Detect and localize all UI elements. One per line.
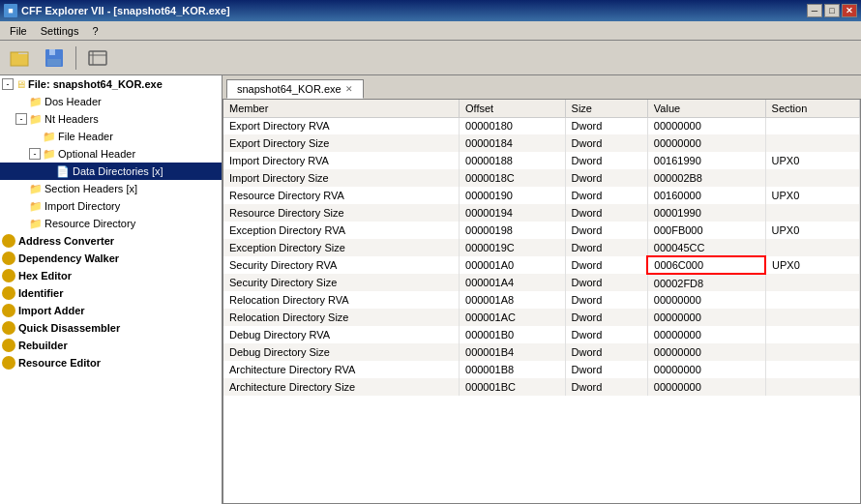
cell-size: Dword: [565, 343, 647, 361]
cell-section: [765, 117, 859, 134]
table-row[interactable]: Import Directory Size0000018CDword000002…: [223, 169, 860, 187]
tree-item-10[interactable]: Dependency Walker: [0, 250, 222, 267]
tree-item-4[interactable]: - 📁 Optional Header: [0, 145, 222, 163]
cell-member: Relocation Directory Size: [223, 309, 460, 326]
expand-icon[interactable]: -: [29, 148, 41, 160]
table-row[interactable]: Security Directory Size000001A4Dword0000…: [223, 274, 860, 291]
cell-offset: 000001A4: [460, 274, 566, 291]
cell-offset: 00000198: [460, 222, 566, 239]
svg-rect-4: [49, 49, 55, 55]
tool-icon: [2, 269, 15, 282]
cell-member: Export Directory RVA: [223, 117, 460, 134]
cell-size: Dword: [565, 378, 647, 396]
cell-size: Dword: [565, 117, 647, 134]
tree-item-8[interactable]: 📁 Resource Directory: [0, 215, 222, 232]
tree-item-9[interactable]: Address Converter: [0, 232, 222, 250]
expand-icon[interactable]: -: [2, 78, 14, 90]
expand-icon[interactable]: -: [15, 113, 27, 125]
table-row[interactable]: Architecture Directory Size000001BCDword…: [223, 378, 860, 396]
cell-offset: 000001A0: [460, 256, 566, 274]
table-row[interactable]: Security Directory RVA000001A0Dword0006C…: [223, 256, 860, 274]
tree-item-6[interactable]: 📁 Section Headers [x]: [0, 180, 222, 197]
folder-icon: 📁: [29, 183, 43, 195]
menu-file[interactable]: File: [4, 24, 33, 38]
cell-section: [765, 326, 859, 343]
cell-value: 00000000: [647, 326, 765, 343]
toolbar-save-button[interactable]: [39, 44, 70, 73]
toolbar-action-button[interactable]: [82, 44, 113, 73]
cell-offset: 00000190: [460, 187, 566, 204]
tree-item-15[interactable]: Rebuilder: [0, 337, 222, 354]
tree-item-0[interactable]: - 🖥 File: snapshot64_KOR.exe: [0, 75, 222, 93]
cell-size: Dword: [565, 169, 647, 187]
menu-settings[interactable]: Settings: [35, 24, 85, 38]
data-directories-table: Member Offset Size Value Section Export …: [223, 100, 860, 396]
cell-section: [765, 361, 859, 378]
tree-item-13[interactable]: Import Adder: [0, 302, 222, 319]
table-row[interactable]: Debug Directory RVA000001B0Dword00000000: [223, 326, 860, 343]
folder-icon: 📁: [29, 218, 43, 230]
cell-section: [765, 309, 859, 326]
menu-help[interactable]: ?: [86, 24, 104, 38]
close-button[interactable]: ✕: [842, 4, 857, 17]
cell-offset: 0000018C: [460, 169, 566, 187]
tab-snapshot[interactable]: snapshot64_KOR.exe ✕: [226, 79, 364, 99]
cell-value: 00001990: [647, 204, 765, 222]
cell-value: 00000000: [647, 134, 765, 152]
cell-size: Dword: [565, 222, 647, 239]
cell-size: Dword: [565, 187, 647, 204]
tool-icon: [2, 321, 15, 335]
table-row[interactable]: Exception Directory Size0000019CDword000…: [223, 239, 860, 256]
page-icon: 📄: [56, 165, 70, 178]
table-row[interactable]: Debug Directory Size000001B4Dword0000000…: [223, 343, 860, 361]
folder-icon: 📁: [43, 131, 56, 143]
table-row[interactable]: Relocation Directory Size000001ACDword00…: [223, 309, 860, 326]
cell-value: 00000000: [647, 343, 765, 361]
cell-offset: 00000188: [460, 152, 566, 169]
cell-size: Dword: [565, 152, 647, 169]
tree-label: Hex Editor: [18, 270, 72, 282]
table-row[interactable]: Architecture Directory RVA000001B8Dword0…: [223, 361, 860, 378]
cell-member: Debug Directory RVA: [223, 326, 460, 343]
tab-close-icon[interactable]: ✕: [345, 84, 353, 94]
menu-bar: File Settings ?: [0, 21, 861, 41]
cell-value: 000045CC: [647, 239, 765, 256]
tree-item-1[interactable]: 📁 Dos Header: [0, 93, 222, 110]
cell-size: Dword: [565, 256, 647, 274]
toolbar-open-button[interactable]: [4, 44, 35, 73]
tree-item-16[interactable]: Resource Editor: [0, 354, 222, 371]
table-row[interactable]: Export Directory RVA00000180Dword0000000…: [223, 117, 860, 134]
tree-item-7[interactable]: 📁 Import Directory: [0, 197, 222, 215]
table-row[interactable]: Relocation Directory RVA000001A8Dword000…: [223, 291, 860, 309]
table-row[interactable]: Resource Directory Size00000194Dword0000…: [223, 204, 860, 222]
col-member: Member: [223, 100, 460, 117]
cell-section: [765, 343, 859, 361]
maximize-button[interactable]: □: [824, 4, 840, 17]
table-row[interactable]: Export Directory Size00000184Dword000000…: [223, 134, 860, 152]
cell-size: Dword: [565, 239, 647, 256]
minimize-button[interactable]: ─: [807, 4, 822, 17]
tree-label: Data Directories [x]: [73, 165, 163, 177]
cell-section: [765, 239, 859, 256]
tree-item-12[interactable]: Identifier: [0, 284, 222, 302]
cell-section: [765, 169, 859, 187]
table-row[interactable]: Resource Directory RVA00000190Dword00160…: [223, 187, 860, 204]
tree-item-2[interactable]: - 📁 Nt Headers: [0, 110, 222, 128]
tree-label: Resource Editor: [18, 357, 101, 369]
tree-item-5[interactable]: 📄 Data Directories [x]: [0, 163, 222, 180]
cell-value: 000002B8: [647, 169, 765, 187]
tree-item-3[interactable]: 📁 File Header: [0, 128, 222, 145]
table-row[interactable]: Import Directory RVA00000188Dword0016199…: [223, 152, 860, 169]
cell-value: 0006C000: [647, 256, 765, 274]
tree-item-14[interactable]: Quick Disassembler: [0, 319, 222, 337]
svg-rect-5: [47, 59, 61, 66]
cell-member: Import Directory RVA: [223, 152, 460, 169]
cell-member: Relocation Directory RVA: [223, 291, 460, 309]
tree-item-11[interactable]: Hex Editor: [0, 267, 222, 284]
table-scroll-area[interactable]: Member Offset Size Value Section Export …: [223, 100, 860, 503]
table-row[interactable]: Exception Directory RVA00000198Dword000F…: [223, 222, 860, 239]
cell-section: [765, 378, 859, 396]
tree-label: Quick Disassembler: [18, 322, 120, 334]
tab-label: snapshot64_KOR.exe: [237, 83, 341, 95]
cell-section: [765, 274, 859, 291]
